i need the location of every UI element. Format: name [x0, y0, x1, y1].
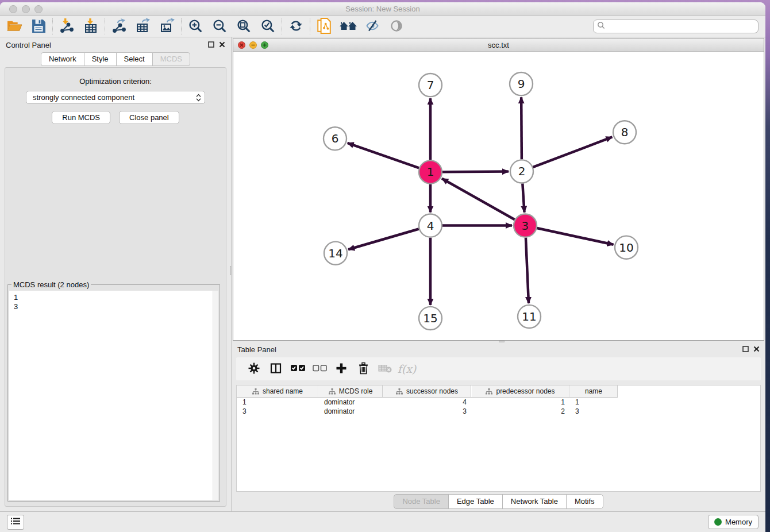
refresh-layout-button[interactable]: [284, 17, 308, 36]
graph-node-label-2: 2: [518, 164, 526, 178]
close-window-button[interactable]: [9, 5, 17, 13]
tab-network[interactable]: Network: [41, 52, 84, 66]
graph-edge-2-3[interactable]: [522, 183, 524, 212]
float-table-panel-icon[interactable]: [742, 345, 749, 354]
import-network-button[interactable]: [55, 17, 79, 36]
search-box[interactable]: [593, 20, 759, 33]
zoom-fit-button[interactable]: [232, 17, 256, 36]
graph-node-label-8: 8: [621, 125, 629, 139]
column-header-MCDS-role[interactable]: MCDS role: [318, 385, 383, 397]
graph-edge-2-9[interactable]: [521, 97, 522, 159]
export-image-button[interactable]: [155, 17, 179, 36]
zoom-in-icon: [188, 18, 203, 35]
add-row-button[interactable]: [330, 360, 352, 377]
graph-edge-2-8[interactable]: [533, 137, 613, 167]
tab-network-table[interactable]: Network Table: [502, 494, 567, 509]
network-zoom-button[interactable]: [261, 41, 268, 51]
unselect-all-button[interactable]: [309, 360, 330, 377]
open-session-document-button[interactable]: [312, 17, 336, 36]
window-titlebar[interactable]: Session: New Session: [0, 2, 765, 16]
mcds-result-line: 1: [14, 293, 214, 302]
zoom-selected-button[interactable]: [256, 17, 280, 36]
table-toolbar: f(x): [236, 357, 761, 380]
right-column: scc.txt 7968124314101511: [232, 37, 765, 511]
show-panel-eye-button[interactable]: [384, 17, 409, 36]
tab-edge-table[interactable]: Edge Table: [448, 494, 503, 509]
horizontal-splitter[interactable]: [232, 341, 765, 342]
task-history-button[interactable]: [7, 515, 24, 530]
mcds-result-line: 3: [14, 302, 214, 311]
table-settings-button[interactable]: [243, 360, 265, 377]
column-header-shared-name[interactable]: shared name: [237, 385, 318, 397]
search-input[interactable]: [607, 21, 758, 32]
toolbar-separator: [181, 18, 182, 34]
open-folder-icon: [7, 19, 22, 34]
minimize-window-button[interactable]: [22, 5, 30, 13]
close-panel-icon[interactable]: [219, 41, 225, 49]
session-document-icon: [317, 18, 332, 36]
import-table-button[interactable]: [79, 17, 103, 36]
import-table-icon: [83, 18, 98, 35]
column-type-icon: [486, 388, 492, 395]
table-cell: 3: [569, 407, 618, 416]
home-networks-button[interactable]: [336, 17, 360, 36]
float-panel-icon[interactable]: [208, 41, 214, 49]
tab-mcds[interactable]: MCDS: [152, 52, 190, 66]
tab-node-table[interactable]: Node Table: [394, 494, 449, 509]
graph-edge-3-1[interactable]: [442, 179, 515, 220]
export-table-button[interactable]: [131, 17, 155, 36]
select-all-button[interactable]: [287, 360, 309, 377]
export-network-button[interactable]: [107, 17, 131, 36]
delete-table-button[interactable]: [374, 360, 396, 377]
network-window-titlebar[interactable]: scc.txt: [233, 38, 764, 52]
open-session-button[interactable]: [2, 17, 26, 36]
table-cell: 3: [383, 407, 471, 416]
table-row[interactable]: 1dominator411: [237, 398, 760, 407]
trash-icon: [358, 362, 369, 376]
toolbar-separator: [52, 18, 53, 34]
hide-panel-eye-button[interactable]: [360, 17, 384, 36]
tab-select[interactable]: Select: [116, 52, 153, 66]
zoom-in-button[interactable]: [183, 17, 207, 36]
column-mode-button[interactable]: [265, 360, 287, 377]
mcds-result-scrollbar[interactable]: [213, 291, 218, 500]
graph-edge-3-11[interactable]: [526, 238, 529, 303]
delete-row-button[interactable]: [352, 360, 374, 377]
splitter-grip[interactable]: [499, 341, 505, 342]
close-panel-button[interactable]: Close panel: [119, 111, 179, 124]
column-header-name[interactable]: name: [569, 385, 618, 397]
column-header-predecessor-nodes[interactable]: predecessor nodes: [471, 385, 569, 397]
graph-edge-1-2[interactable]: [442, 172, 509, 172]
control-panel-tabs: Network Style Select MCDS: [0, 52, 231, 66]
run-mcds-button[interactable]: Run MCDS: [52, 111, 110, 124]
graph-node-label-6: 6: [332, 132, 339, 145]
network-close-button[interactable]: [238, 41, 245, 51]
save-session-button[interactable]: [26, 17, 51, 36]
zoom-out-button[interactable]: [207, 17, 232, 36]
zoom-fit-icon: [236, 18, 251, 35]
mcds-result-text[interactable]: 13: [9, 291, 218, 500]
optimization-criterion-select[interactable]: strongly connected component: [26, 91, 205, 104]
tab-style[interactable]: Style: [84, 52, 117, 66]
close-table-panel-icon[interactable]: [753, 345, 760, 354]
graph-node-label-1: 1: [427, 165, 434, 179]
network-canvas[interactable]: 7968124314101511: [233, 52, 764, 340]
network-window: scc.txt 7968124314101511: [233, 38, 764, 341]
apply-function-button[interactable]: f(x): [396, 360, 418, 377]
window-traffic-lights: [9, 5, 43, 13]
zoom-window-button[interactable]: [34, 5, 43, 13]
memory-button[interactable]: Memory: [708, 515, 759, 529]
table-row[interactable]: 3dominator323: [237, 407, 760, 416]
panel-splitter-handle[interactable]: [230, 266, 232, 275]
criterion-selected-value: strongly connected component: [33, 93, 134, 102]
network-minimize-button[interactable]: [249, 41, 257, 51]
column-header-successor-nodes[interactable]: successor nodes: [383, 385, 471, 397]
export-table-icon: [136, 18, 151, 35]
optimization-criterion-label: Optimization criterion:: [5, 77, 226, 86]
graph-edge-1-6[interactable]: [348, 143, 419, 168]
node-table[interactable]: shared nameMCDS rolesuccessor nodesprede…: [236, 385, 761, 492]
graph-edge-4-14[interactable]: [348, 229, 419, 249]
save-icon: [32, 19, 45, 34]
graph-edge-3-10[interactable]: [537, 228, 614, 245]
tab-motifs[interactable]: Motifs: [566, 494, 603, 509]
